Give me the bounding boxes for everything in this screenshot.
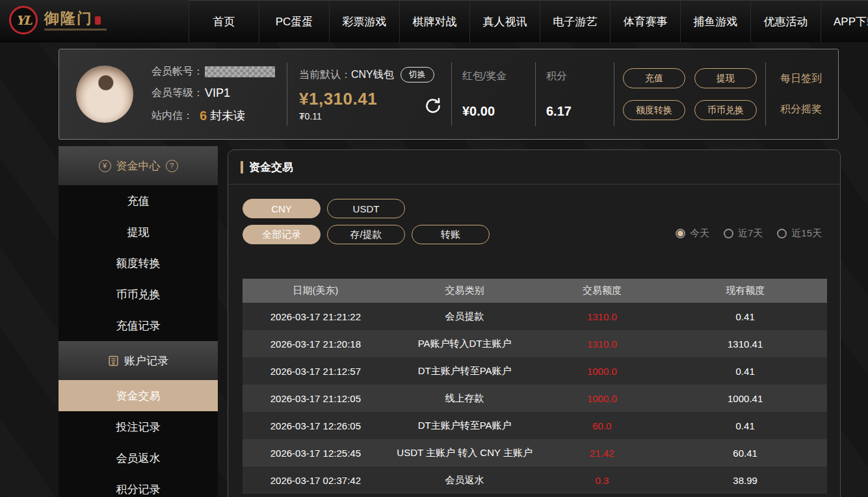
points-section: 积分 6.17	[536, 70, 614, 119]
header-date: 日期(美东)	[243, 279, 389, 303]
points-label: 积分	[546, 70, 614, 83]
account-number-redacted	[205, 66, 275, 77]
table-header-row: 日期(美东) 交易类别 交易额度 现有额度	[243, 279, 827, 303]
dragon-logo-icon: YL	[9, 6, 38, 34]
table-row: 2026-03-17 21:12:05 线上存款 1000.0 1000.41	[243, 385, 827, 412]
help-icon[interactable]: ?	[166, 160, 178, 172]
currency-tabs: CNY USDT	[243, 199, 840, 218]
sidebar-item-betting-records[interactable]: 投注记录	[59, 411, 218, 442]
sidebar-item-deposit[interactable]: 充值	[59, 185, 218, 216]
sidebar-item-quota-transfer[interactable]: 额度转换	[59, 248, 218, 279]
sidebar-section-funds-center: ¥ 资金中心 ?	[59, 146, 218, 185]
daily-checkin-link[interactable]: 每日签到	[780, 72, 822, 86]
top-nav: YL 御隆门 首页 PC蛋蛋 彩票游戏 棋牌对战 真人视讯 电子游艺 体育赛事 …	[0, 0, 868, 42]
tab-deposit-withdraw[interactable]: 存/提款	[327, 225, 405, 244]
bonus-label: 红包/奖金	[462, 70, 535, 83]
radio-last-15-days[interactable]: 近15天	[777, 227, 822, 240]
quick-links: 每日签到 积分摇奖	[766, 72, 836, 116]
nav-item-live-casino[interactable]: 真人视讯	[469, 0, 540, 42]
panel-title-row: 资金交易	[228, 150, 840, 185]
transactions-table: 日期(美东) 交易类别 交易额度 现有额度 2026-03-17 21:21:2…	[243, 279, 827, 494]
unread-suffix[interactable]: 封未读	[210, 108, 245, 123]
fund-transactions-panel: 资金交易 CNY USDT 全部记录 存/提款 转账 今天 近7天 近15天	[228, 149, 841, 497]
nav-item-app-download[interactable]: APP下载	[821, 0, 868, 42]
refresh-balance-icon[interactable]	[424, 97, 442, 118]
sidebar-item-member-rebate[interactable]: 会员返水	[59, 442, 218, 474]
header-category: 交易类别	[389, 279, 541, 303]
points-lottery-link[interactable]: 积分摇奖	[780, 103, 822, 116]
nav-item-board-games[interactable]: 棋牌对战	[399, 0, 469, 42]
brand-name: 御隆门	[44, 10, 93, 26]
seal-icon	[95, 16, 101, 25]
table-row: 2026-03-17 21:20:18 PA账户转入DT主账户 1310.0 1…	[243, 330, 827, 357]
user-info: 会员帐号： 会员等级： VIP1 站内信： 6 封未读	[151, 65, 287, 123]
header-amount: 交易额度	[540, 279, 663, 303]
nav-item-sports[interactable]: 体育赛事	[610, 0, 680, 42]
tab-transfer[interactable]: 转账	[412, 225, 490, 244]
wallet-name: CNY钱包	[351, 68, 394, 82]
sidebar-item-withdraw[interactable]: 提现	[59, 216, 218, 248]
ledger-icon	[108, 355, 119, 366]
brand-subtitle-line	[44, 29, 107, 31]
sidebar: ¥ 资金中心 ? 充值 提现 额度转换 币币兑换 充值记录 账户记录 资金交易 …	[59, 146, 218, 497]
nav-item-lottery[interactable]: 彩票游戏	[329, 0, 399, 42]
table-row: 2026-03-17 12:26:05 DT主账户转至PA账户 60.0 0.4…	[243, 412, 827, 439]
table-row: 2026-03-17 21:21:22 会员提款 1310.0 0.41	[243, 303, 827, 330]
filters: CNY USDT 全部记录 存/提款 转账 今天 近7天 近15天	[228, 185, 840, 244]
wallet-actions: 充值 提现 额度转换 币币兑换	[614, 68, 765, 120]
main-menu: 首页 PC蛋蛋 彩票游戏 棋牌对战 真人视讯 电子游艺 体育赛事 捕鱼游戏 优惠…	[189, 0, 868, 42]
radio-circle-icon	[777, 229, 787, 238]
nav-item-fishing[interactable]: 捕鱼游戏	[680, 0, 750, 42]
radio-circle-icon	[724, 229, 733, 238]
radio-last-7-days[interactable]: 近7天	[724, 227, 763, 240]
points-value: 6.17	[546, 104, 614, 119]
page-title: 资金交易	[249, 160, 293, 175]
nav-item-pc-dandan[interactable]: PC蛋蛋	[259, 0, 329, 42]
header-balance: 现有额度	[663, 279, 827, 303]
date-filter-group: 今天 近7天 近15天	[676, 227, 822, 240]
withdraw-button[interactable]: 提现	[694, 68, 757, 88]
tab-all-records[interactable]: 全部记录	[243, 225, 321, 244]
sidebar-item-fund-transactions[interactable]: 资金交易	[59, 380, 218, 411]
sidebar-item-coin-exchange[interactable]: 币币兑换	[59, 279, 218, 310]
table-row: 2026-03-17 02:37:42 会员返水 0.3 38.99	[243, 466, 827, 494]
brand-logo[interactable]: YL 御隆门	[9, 6, 107, 34]
nav-item-slots[interactable]: 电子游艺	[540, 0, 610, 42]
sidebar-section-account-records: 账户记录	[59, 341, 218, 380]
inbox-label: 站内信：	[151, 109, 193, 123]
bonus-value: ¥0.00	[462, 104, 535, 119]
table-row: 2026-03-17 21:12:57 DT主账户转至PA账户 1000.0 0…	[243, 357, 827, 385]
tab-cny[interactable]: CNY	[243, 199, 321, 218]
avatar	[76, 66, 133, 123]
sidebar-item-deposit-records[interactable]: 充值记录	[59, 310, 218, 341]
unread-count[interactable]: 6	[200, 108, 207, 123]
nav-item-promotions[interactable]: 优惠活动	[750, 0, 821, 42]
radio-circle-icon	[676, 229, 685, 238]
table-row: 2026-03-17 12:25:45 USDT 主账户 转入 CNY 主账户 …	[243, 439, 827, 466]
account-label: 会员帐号：	[151, 65, 204, 79]
title-accent-bar	[241, 161, 243, 173]
level-label: 会员等级：	[151, 86, 204, 100]
nav-item-home[interactable]: 首页	[189, 0, 259, 42]
tab-usdt[interactable]: USDT	[327, 199, 405, 218]
switch-wallet-button[interactable]: 切换	[401, 67, 434, 83]
sidebar-item-points-records[interactable]: 积分记录	[59, 474, 218, 497]
quota-transfer-button[interactable]: 额度转换	[623, 100, 685, 120]
yen-circle-icon: ¥	[99, 160, 111, 172]
vip-level: VIP1	[205, 86, 230, 100]
wallet-section: 当前默认： CNY钱包 切换 ¥1,310.41 ₮0.11	[287, 67, 451, 121]
radio-today[interactable]: 今天	[676, 227, 709, 240]
bonus-section: 红包/奖金 ¥0.00	[452, 70, 535, 119]
deposit-button[interactable]: 充值	[623, 68, 685, 88]
coin-exchange-button[interactable]: 币币兑换	[694, 100, 757, 120]
user-summary-panel: 会员帐号： 会员等级： VIP1 站内信： 6 封未读 当前默认： CNY钱包 …	[59, 49, 839, 140]
default-wallet-label: 当前默认：	[299, 68, 351, 82]
